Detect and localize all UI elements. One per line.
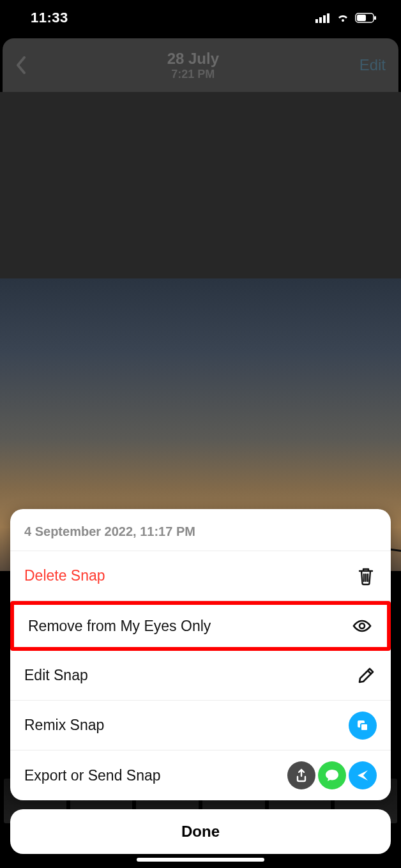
svg-rect-0	[315, 19, 318, 23]
status-bar: 11:33	[0, 0, 401, 36]
edit-snap-label: Edit Snap	[24, 667, 88, 684]
delete-snap-label: Delete Snap	[24, 567, 105, 584]
messages-icon	[318, 761, 346, 789]
export-send-row[interactable]: Export or Send Snap	[10, 750, 391, 800]
eye-icon	[351, 615, 373, 637]
action-sheet-overlay: 4 September 2022, 11:17 PM Delete Snap R…	[0, 36, 401, 868]
svg-rect-2	[323, 15, 326, 23]
done-button[interactable]: Done	[10, 809, 391, 854]
pencil-icon	[355, 665, 377, 687]
delete-snap-row[interactable]: Delete Snap	[10, 551, 391, 601]
remix-snap-row[interactable]: Remix Snap	[10, 701, 391, 750]
wifi-icon	[336, 13, 350, 23]
battery-icon	[355, 13, 377, 23]
action-sheet: 4 September 2022, 11:17 PM Delete Snap R…	[10, 509, 391, 800]
status-time: 11:33	[31, 10, 68, 26]
remove-my-eyes-only-label: Remove from My Eyes Only	[28, 618, 211, 635]
svg-rect-6	[374, 16, 376, 20]
svg-rect-3	[327, 13, 329, 23]
svg-rect-1	[319, 17, 322, 23]
svg-point-7	[359, 623, 365, 628]
trash-icon	[355, 565, 377, 587]
home-indicator[interactable]	[137, 858, 264, 862]
export-icon	[287, 761, 315, 789]
send-icon	[349, 761, 377, 789]
remix-icon	[349, 712, 377, 740]
cellular-icon	[315, 13, 331, 23]
svg-rect-9	[361, 724, 368, 731]
edit-snap-row[interactable]: Edit Snap	[10, 651, 391, 701]
export-send-label: Export or Send Snap	[24, 767, 161, 784]
svg-rect-5	[357, 15, 366, 21]
remove-my-eyes-only-row[interactable]: Remove from My Eyes Only	[10, 601, 391, 651]
status-indicators	[315, 13, 377, 23]
remix-snap-label: Remix Snap	[24, 717, 104, 734]
sheet-timestamp: 4 September 2022, 11:17 PM	[10, 509, 391, 551]
